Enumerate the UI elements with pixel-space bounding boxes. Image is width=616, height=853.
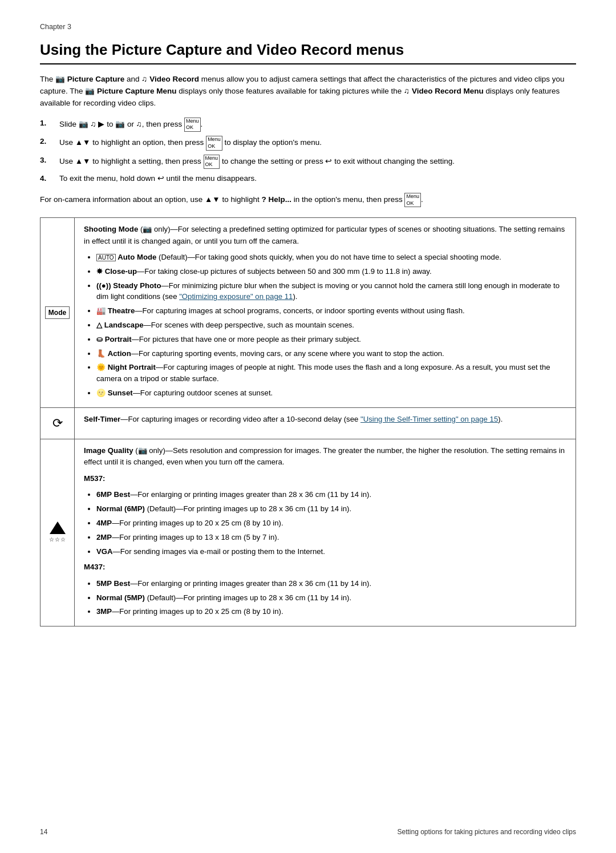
bullet-theatre: 🏭 Theatre—For capturing images at school… xyxy=(96,305,566,317)
m537-2mp: 2MP—For printing images up to 13 x 18 cm… xyxy=(96,532,566,543)
menu-ok-icon-1: MenuOK xyxy=(184,118,201,132)
step-4-number: 4. xyxy=(40,173,57,185)
steps-list: 1. Slide 📷 ♫ ▶ to 📷 or ♫, then press Men… xyxy=(40,118,576,185)
m437-bullets: 5MP Best—For enlarging or printing image… xyxy=(96,578,566,617)
picture-capture-menu-bold: Picture Capture Menu xyxy=(97,87,177,95)
auto-icon: AUTO xyxy=(96,254,116,261)
menu-ok-icon-3: MenuOK xyxy=(204,155,220,169)
bullet-sunset: 🌝 Sunset—For capturing outdoor scenes at… xyxy=(96,387,566,399)
theatre-name: Theatre xyxy=(108,306,135,315)
landscape-name: Landscape xyxy=(104,321,144,329)
image-quality-content: Image Quality (📷 only)—Sets resolution a… xyxy=(75,439,576,626)
step-1-text: Slide 📷 ♫ ▶ to 📷 or ♫, then press MenuOK… xyxy=(59,118,202,132)
step-1: 1. Slide 📷 ♫ ▶ to 📷 or ♫, then press Men… xyxy=(40,118,576,132)
bullet-night-portrait: 🌞 Night Portrait—For capturing images of… xyxy=(96,362,566,385)
footer-description: Setting options for taking pictures and … xyxy=(397,828,576,836)
bullet-auto-mode: AUTO Auto Mode (Default)—For taking good… xyxy=(96,252,566,263)
m537-4mp: 4MP—For printing images up to 20 x 25 cm… xyxy=(96,518,566,529)
chapter-label: Chapter 3 xyxy=(40,23,576,31)
self-timer-icon-cell: ⟳ xyxy=(40,407,75,439)
video-record-bold: Video Record xyxy=(149,75,199,83)
bullet-portrait: ⛀ Portrait—For pictures that have one or… xyxy=(96,334,566,345)
step-4-text: To exit the menu, hold down ↩ until the … xyxy=(59,173,257,185)
steady-icon: ((●)) xyxy=(96,281,111,290)
feature-table: Mode Shooting Mode (📷 only)—For selectin… xyxy=(40,217,576,626)
picture-capture-bold: Picture Capture xyxy=(67,75,125,83)
m537-heading: M537: xyxy=(84,473,566,484)
portrait-name: Portrait xyxy=(105,335,132,343)
stars-label: ☆☆☆ xyxy=(49,535,66,544)
m537-vga: VGA—For sending images via e-mail or pos… xyxy=(96,546,566,557)
bullet-close-up: ✸ Close-up—For taking close-up pictures … xyxy=(96,266,566,277)
image-quality-icon-cell: ☆☆☆ xyxy=(40,439,75,626)
self-timer-icon: ⟳ xyxy=(44,414,71,433)
steady-name: Steady Photo xyxy=(113,281,161,290)
shooting-mode-bullets: AUTO Auto Mode (Default)—For taking good… xyxy=(96,252,566,399)
self-timer-link: "Using the Self-Timer setting" on page 1… xyxy=(360,415,498,423)
m537-bullets: 6MP Best—For enlarging or printing image… xyxy=(96,489,566,557)
bullet-steady-photo: ((●)) Steady Photo—For minimizing pictur… xyxy=(96,280,566,303)
step-1-number: 1. xyxy=(40,118,57,130)
menu-ok-icon-2: MenuOK xyxy=(206,136,222,150)
page-title: Using the Picture Capture and Video Reco… xyxy=(40,41,576,64)
landscape-icon: △ xyxy=(96,321,102,329)
step-2: 2. Use ▲▼ to highlight an option, then p… xyxy=(40,136,576,150)
m437-heading: M437: xyxy=(84,561,566,573)
image-quality-row: ☆☆☆ Image Quality (📷 only)—Sets resoluti… xyxy=(40,439,576,626)
sunset-name: Sunset xyxy=(108,389,133,397)
video-record-menu-bold: Video Record Menu xyxy=(412,87,484,95)
camera-icon-inline: 📷 xyxy=(55,75,65,83)
m437-3mp: 3MP—For printing images up to 20 x 25 cm… xyxy=(96,606,566,617)
closeup-icon: ✸ xyxy=(96,267,103,276)
camera-icon-inline2: 📷 xyxy=(85,87,95,95)
step-2-number: 2. xyxy=(40,136,57,148)
night-icon: 🌞 xyxy=(96,363,106,371)
step-3-number: 3. xyxy=(40,155,57,167)
footer-page-number: 14 xyxy=(40,828,47,836)
shooting-mode-row: Mode Shooting Mode (📷 only)—For selectin… xyxy=(40,218,576,408)
night-portrait-name: Night Portrait xyxy=(108,363,156,371)
triangle-shape xyxy=(50,521,66,534)
action-name: Action xyxy=(108,349,131,358)
image-quality-icon: ☆☆☆ xyxy=(44,521,71,544)
help-paragraph: For on-camera information about an optio… xyxy=(40,193,576,207)
m537-normal-6mp: Normal (6MP) (Default)—For printing imag… xyxy=(96,503,566,515)
shooting-mode-title: Shooting Mode xyxy=(84,225,138,233)
step-3: 3. Use ▲▼ to highlight a setting, then p… xyxy=(40,155,576,169)
shooting-mode-content: Shooting Mode (📷 only)—For selecting a p… xyxy=(75,218,576,408)
self-timer-content: Self-Timer—For capturing images or recor… xyxy=(75,407,576,439)
shooting-mode-camera-icon: (📷 only) xyxy=(140,225,171,233)
page: Chapter 3 Using the Picture Capture and … xyxy=(0,0,616,853)
step-4: 4. To exit the menu, hold down ↩ until t… xyxy=(40,173,576,185)
optimizing-link: "Optimizing exposure" on page 11 xyxy=(179,292,293,301)
bullet-action: 👢 Action—For capturing sporting events, … xyxy=(96,348,566,359)
m437-normal-5mp: Normal (5MP) (Default)—For printing imag… xyxy=(96,592,566,604)
bullet-landscape: △ Landscape—For scenes with deep perspec… xyxy=(96,320,566,331)
menu-ok-icon-help: MenuOK xyxy=(404,193,421,207)
intro-paragraph-1: The 📷 Picture Capture and ♫ Video Record… xyxy=(40,74,576,110)
auto-mode-name: Auto Mode xyxy=(117,253,156,261)
step-3-text: Use ▲▼ to highlight a setting, then pres… xyxy=(59,155,455,169)
m537-6mp-best: 6MP Best—For enlarging or printing image… xyxy=(96,489,566,500)
image-quality-title: Image Quality xyxy=(84,446,133,455)
footer: 14 Setting options for taking pictures a… xyxy=(0,828,616,836)
m437-5mp-best: 5MP Best—For enlarging or printing image… xyxy=(96,578,566,589)
shooting-mode-icon-cell: Mode xyxy=(40,218,75,408)
self-timer-row: ⟳ Self-Timer—For capturing images or rec… xyxy=(40,407,576,439)
self-timer-title: Self-Timer xyxy=(84,415,120,423)
video-icon-inline: ♫ xyxy=(141,75,147,83)
theatre-icon: 🏭 xyxy=(96,306,106,315)
step-2-text: Use ▲▼ to highlight an option, then pres… xyxy=(59,136,322,150)
action-icon: 👢 xyxy=(96,349,106,358)
mode-icon: Mode xyxy=(45,306,70,320)
portrait-icon: ⛀ xyxy=(96,335,103,343)
video-icon-inline2: ♫ xyxy=(404,87,410,95)
sunset-icon: 🌝 xyxy=(96,389,106,397)
help-bold: ? Help... xyxy=(261,195,291,204)
closeup-name: Close-up xyxy=(105,267,137,276)
